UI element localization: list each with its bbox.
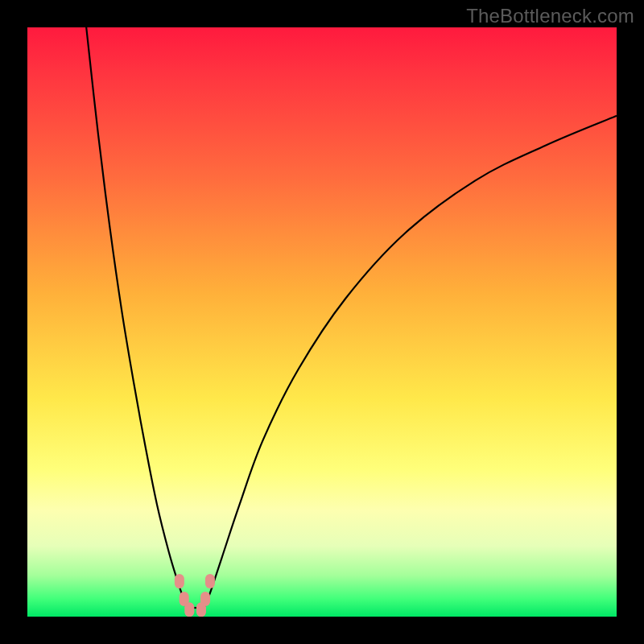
chart-frame: TheBottleneck.com bbox=[0, 0, 644, 644]
curve-left-branch bbox=[86, 27, 186, 608]
floor-marker-left bbox=[184, 602, 194, 617]
markers-group bbox=[175, 574, 215, 617]
right-marker-upper bbox=[205, 574, 215, 588]
curve-right-branch bbox=[204, 116, 617, 608]
floor-marker-right bbox=[196, 602, 206, 617]
plot-area bbox=[27, 27, 617, 617]
attribution-text: TheBottleneck.com bbox=[466, 5, 634, 27]
curves-svg bbox=[27, 27, 617, 617]
left-marker-upper bbox=[175, 574, 184, 588]
